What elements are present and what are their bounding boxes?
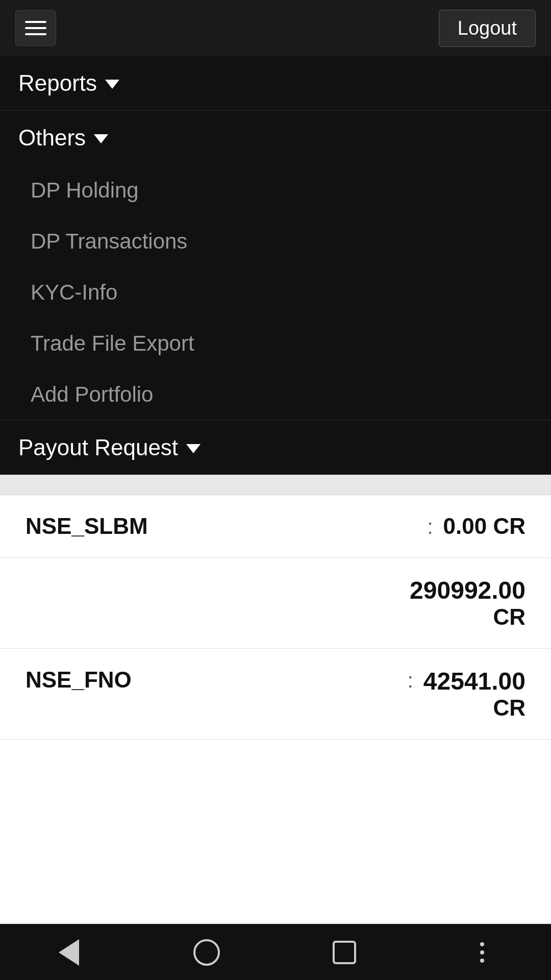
total-amount: 290992.00 [410, 576, 525, 604]
table-row-nse-fno: NSE_FNO : 42541.00 CR [0, 649, 551, 740]
others-chevron-icon [94, 134, 108, 143]
recents-button[interactable] [324, 932, 365, 973]
recents-icon [333, 941, 356, 964]
reports-label: Reports [18, 70, 97, 96]
nav-item-dp-holding[interactable]: DP Holding [0, 165, 551, 216]
reports-chevron-icon [105, 80, 119, 89]
table-row-total: 290992.00 CR [0, 558, 551, 649]
reports-menu-header[interactable]: Reports [0, 56, 551, 110]
back-icon [59, 939, 79, 966]
nav-menu: Reports Others DP Holding DP Transaction… [0, 56, 551, 475]
others-menu-header[interactable]: Others [0, 111, 551, 165]
dot-3 [480, 959, 484, 963]
nse-fno-value-block: 42541.00 CR [423, 667, 525, 721]
home-button[interactable] [186, 932, 227, 973]
total-value-block: 290992.00 CR [410, 576, 525, 630]
app-header: Logout [0, 0, 551, 56]
nav-item-add-portfolio[interactable]: Add Portfolio [0, 369, 551, 420]
hamburger-button[interactable] [15, 10, 56, 46]
nse-fno-amount: 42541.00 [423, 667, 525, 695]
data-table: NSE_SLBM : 0.00 CR 290992.00 CR NSE_FNO … [0, 495, 551, 924]
payout-request-chevron-icon [186, 444, 201, 453]
nav-item-trade-file-export[interactable]: Trade File Export [0, 318, 551, 369]
dot-2 [480, 950, 484, 954]
table-row: NSE_SLBM : 0.00 CR [0, 495, 551, 558]
main-content: NSE_SLBM : 0.00 CR 290992.00 CR NSE_FNO … [0, 475, 551, 924]
row-separator-1: : [427, 516, 433, 538]
nav-item-kyc-info[interactable]: KYC-Info [0, 267, 551, 318]
dp-holding-label: DP Holding [31, 178, 139, 202]
dp-transactions-label: DP Transactions [31, 229, 187, 253]
hamburger-line-1 [25, 21, 46, 23]
payout-request-label: Payout Request [18, 435, 178, 460]
row-value-nse-slbm: 0.00 CR [443, 513, 525, 539]
kyc-info-label: KYC-Info [31, 280, 117, 304]
row-separator-2: : [408, 669, 413, 692]
dot-1 [480, 942, 484, 946]
more-icon [480, 942, 484, 963]
total-cr-label: CR [410, 604, 525, 630]
nav-item-dp-transactions[interactable]: DP Transactions [0, 216, 551, 267]
logout-button[interactable]: Logout [439, 10, 536, 47]
hamburger-line-3 [25, 33, 46, 35]
add-portfolio-label: Add Portfolio [31, 382, 153, 406]
more-button[interactable] [462, 932, 503, 973]
bottom-nav-bar [0, 924, 551, 980]
payout-request-menu-header[interactable]: Payout Request [0, 421, 551, 475]
content-header-partial [0, 475, 551, 495]
trade-file-export-label: Trade File Export [31, 331, 194, 355]
nse-fno-cr-label: CR [423, 695, 525, 721]
hamburger-line-2 [25, 27, 46, 29]
back-button[interactable] [48, 932, 89, 973]
home-icon [193, 939, 220, 966]
others-label: Others [18, 125, 86, 151]
row-label-nse-slbm: NSE_SLBM [26, 513, 417, 539]
row-label-nse-fno: NSE_FNO [26, 667, 397, 693]
